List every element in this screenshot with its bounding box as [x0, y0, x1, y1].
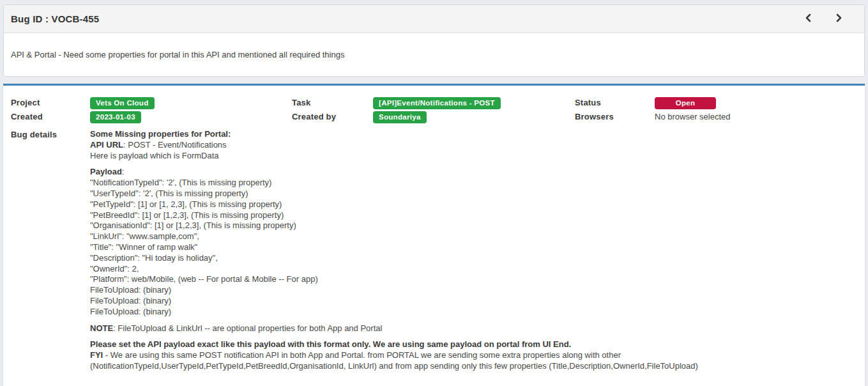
created-label: Created: [11, 111, 90, 125]
bug-details-paragraph: NOTE: FileToUpload & LinkUrl -- are opti…: [90, 323, 855, 334]
prev-bug-button[interactable]: [802, 13, 814, 26]
created-by-badge: Soundariya: [373, 111, 427, 123]
bug-details-paragraph: Please set the API payload exact like th…: [90, 339, 855, 371]
bug-details-line: "OwnerId": 2,: [90, 264, 855, 275]
bug-details-paragraph: Payload:"NotificationTypeId": '2', (This…: [90, 167, 855, 317]
bug-details-line: Some Missing properties for Portal:: [90, 129, 855, 140]
task-label: Task: [292, 97, 373, 111]
bug-meta-grid: Project Vets On Cloud Task [API]Event/No…: [3, 86, 865, 386]
created-by-label: Created by: [292, 111, 373, 125]
bug-details-paragraph: Some Missing properties for Portal:API U…: [90, 129, 855, 161]
bug-details-line: "UserTypeId": '2', (This is missing prop…: [90, 189, 855, 199]
bug-details-line: "PetTypeId": [1] or [1, 2,3], (This is m…: [90, 199, 855, 210]
bug-details-line: NOTE: FileToUpload & LinkUrl -- are opti…: [90, 323, 855, 334]
status-value: Open: [655, 97, 855, 111]
bug-details-line: FileToUpload: (binary): [90, 296, 855, 307]
project-label: Project: [11, 97, 90, 111]
status-label: Status: [575, 97, 655, 111]
project-value: Vets On Cloud: [90, 97, 292, 111]
bug-summary-text: API & Portal - Need some properties for …: [11, 50, 344, 59]
bug-details-line: FileToUpload: (binary): [90, 285, 855, 296]
bug-details-line: Please set the API payload exact like th…: [90, 339, 855, 350]
bug-header-card: Bug ID : VOCB-455 API & Portal - Need so…: [3, 4, 865, 77]
task-value: [API]Event/Notifications - POST: [373, 97, 575, 111]
bug-details-line: Payload:: [90, 167, 855, 178]
bug-details-line: Here is payload which is FormData: [90, 151, 855, 162]
bug-details-panel: Project Vets On Cloud Task [API]Event/No…: [3, 84, 865, 386]
page-title: Bug ID : VOCB-455: [11, 13, 99, 24]
bug-details-label: Bug details: [11, 129, 90, 143]
chevron-left-icon: [804, 13, 812, 24]
page: Bug ID : VOCB-455 API & Portal - Need so…: [0, 4, 868, 386]
bug-details-content: Some Missing properties for Portal:API U…: [90, 129, 855, 378]
bug-details-line: API URL: POST - Event/Notifications: [90, 140, 855, 151]
browsers-value: No browser selected: [655, 111, 855, 125]
created-date-badge: 2023-01-03: [90, 111, 141, 123]
bug-details-line: FileToUpload: (binary): [90, 307, 855, 318]
bug-details-line: "Platform": web/Mobile, (web -- For port…: [90, 274, 855, 285]
status-badge: Open: [655, 97, 716, 109]
bug-card-header: Bug ID : VOCB-455: [4, 5, 864, 33]
next-bug-button[interactable]: [832, 13, 845, 26]
bug-details-line: "LinkUrl": "www.sample,com",: [90, 231, 855, 242]
project-badge: Vets On Cloud: [90, 97, 155, 109]
bug-details-line: "Title": "Winner of ramp walk": [90, 242, 855, 253]
bug-summary-section: API & Portal - Need some properties for …: [4, 33, 864, 76]
bug-details-line: "Description": "Hi today is holiday",: [90, 253, 855, 264]
created-value: 2023-01-03: [90, 111, 292, 125]
task-badge: [API]Event/Notifications - POST: [373, 97, 501, 109]
browsers-label: Browsers: [575, 111, 655, 125]
created-by-value: Soundariya: [373, 111, 575, 125]
chevron-right-icon: [835, 13, 843, 24]
bug-nav: [802, 13, 845, 26]
bug-details-line: "OrganisationId": [1] or [1,2,3], (This …: [90, 220, 855, 231]
bug-details-line: FYI - We are using this same POST notifi…: [90, 350, 855, 372]
bug-details-line: "NotificationTypeId": '2', (This is miss…: [90, 178, 855, 189]
bug-details-line: "PetBreedId": [1] or [1,2,3], (This is m…: [90, 210, 855, 221]
